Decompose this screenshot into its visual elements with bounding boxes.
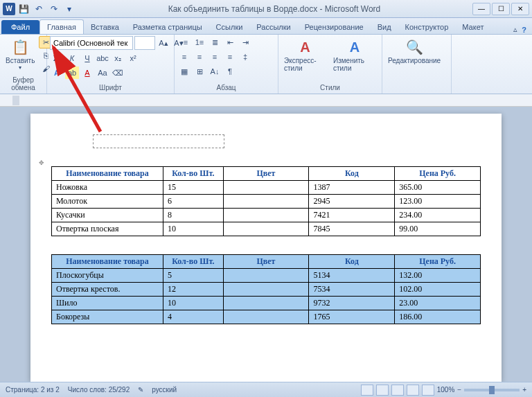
status-spell-icon[interactable]: ✎ [138, 386, 143, 394]
table-cell[interactable]: Отвертка плоская [52, 222, 163, 236]
align-center-button[interactable]: ≡ [193, 51, 206, 63]
tab-references[interactable]: Ссылки [209, 20, 250, 34]
zoom-level[interactable]: 100% [437, 386, 455, 394]
table-cell[interactable] [223, 222, 309, 236]
table-row[interactable]: Отвертка плоская10784599.00 [52, 222, 481, 236]
close-button[interactable]: ✕ [511, 3, 529, 15]
table-cell[interactable] [223, 283, 309, 297]
grow-font-button[interactable]: A▴ [157, 37, 170, 49]
table-anchor-icon[interactable]: ✥ [39, 159, 44, 166]
change-case-button[interactable]: Aa [96, 67, 109, 79]
help-icon[interactable]: ? [522, 26, 526, 34]
table-cell[interactable]: 5134 [309, 269, 395, 283]
line-spacing-button[interactable]: ‡ [238, 51, 252, 63]
justify-button[interactable]: ≡ [223, 51, 237, 63]
tab-layout-table[interactable]: Макет [455, 20, 490, 34]
table-cell[interactable]: 12 [163, 283, 223, 297]
table-cell[interactable]: Бокорезы [52, 310, 163, 324]
express-styles-button[interactable]: A Экспресс-стили [281, 36, 329, 73]
multilevel-button[interactable]: ≣ [208, 36, 222, 48]
show-marks-button[interactable]: ¶ [223, 65, 237, 78]
undo-icon[interactable]: ↶ [32, 2, 46, 16]
font-size-select[interactable] [134, 36, 155, 50]
tab-home[interactable]: Главная [39, 19, 84, 34]
status-page[interactable]: Страница: 2 из 2 [6, 386, 60, 394]
bold-button[interactable]: Ж [50, 52, 64, 64]
strike-button[interactable]: abc [96, 52, 109, 64]
table-cell[interactable]: 7421 [309, 209, 395, 222]
table-cell[interactable]: 8 [163, 209, 223, 222]
table-cell[interactable]: Отвертка крестов. [52, 283, 163, 297]
bullets-button[interactable]: •≡ [177, 36, 191, 48]
table-header-row[interactable]: Наименование товара Кол-во Шт. Цвет Код … [52, 167, 481, 181]
table-cell[interactable]: 365.00 [395, 181, 481, 195]
table-cell[interactable]: 10 [163, 222, 223, 236]
table-cell[interactable]: 234.00 [395, 209, 481, 222]
table-cell[interactable]: 99.00 [395, 222, 481, 236]
status-word-count[interactable]: Число слов: 25/292 [68, 386, 130, 394]
view-web-button[interactable] [391, 385, 404, 396]
align-right-button[interactable]: ≡ [208, 51, 222, 63]
tab-mailings[interactable]: Рассылки [249, 20, 297, 34]
font-color-button[interactable]: A [80, 67, 94, 79]
table-cell[interactable]: 4 [163, 310, 223, 324]
table-row[interactable]: Кусачки87421234.00 [52, 209, 481, 222]
table-cell[interactable]: Плоскогубцы [52, 269, 163, 283]
borders-button[interactable]: ⊞ [193, 65, 206, 78]
tab-file[interactable]: Файл [1, 20, 39, 34]
zoom-slider[interactable] [464, 389, 520, 391]
qat-dropdown-icon[interactable]: ▾ [62, 2, 76, 16]
table-cell[interactable]: 7845 [309, 222, 395, 236]
decrease-indent-button[interactable]: ⇤ [223, 36, 237, 48]
table-cell[interactable]: 123.00 [395, 195, 481, 209]
tab-constructor[interactable]: Конструктор [398, 20, 456, 34]
table-cell[interactable]: Шило [52, 297, 163, 310]
align-left-button[interactable]: ≡ [177, 51, 191, 63]
table-cell[interactable] [223, 209, 309, 222]
table-row[interactable]: Молоток62945123.00 [52, 195, 481, 209]
table-cell[interactable]: 102.00 [395, 283, 481, 297]
table-cell[interactable]: Кусачки [52, 209, 163, 222]
italic-button[interactable]: К [65, 52, 79, 64]
table-cell[interactable]: 132.00 [395, 269, 481, 283]
table-cell[interactable] [223, 195, 309, 209]
tab-page-layout[interactable]: Разметка страницы [126, 20, 209, 34]
clear-format-button[interactable]: ⌫ [111, 67, 125, 79]
table-cell[interactable]: 5 [163, 269, 223, 283]
numbering-button[interactable]: 1≡ [193, 36, 206, 48]
table-row[interactable]: Плоскогубцы55134132.00 [52, 269, 481, 283]
zoom-out-button[interactable]: − [457, 386, 461, 394]
table-1[interactable]: Наименование товара Кол-во Шт. Цвет Код … [51, 166, 481, 236]
table-2-selected[interactable]: Наименование товара Кол-во Шт. Цвет Код … [51, 254, 481, 324]
table-cell[interactable]: 7534 [309, 283, 395, 297]
view-outline-button[interactable] [407, 385, 419, 396]
highlight-button[interactable]: ab [65, 67, 79, 79]
table-row[interactable]: Ножовка151387365.00 [52, 181, 481, 195]
font-family-select[interactable] [50, 36, 133, 50]
table-cell[interactable] [223, 181, 309, 195]
subscript-button[interactable]: x₂ [111, 52, 125, 64]
table-row[interactable]: Шило10973223.00 [52, 297, 481, 310]
view-draft-button[interactable] [422, 385, 434, 396]
zoom-in-button[interactable]: + [522, 386, 526, 394]
superscript-button[interactable]: x² [126, 52, 140, 64]
tab-view[interactable]: Вид [371, 20, 398, 34]
table-cell[interactable]: 2945 [309, 195, 395, 209]
underline-button[interactable]: Ч [80, 52, 94, 64]
sort-button[interactable]: A↓ [208, 65, 222, 78]
table-cell[interactable]: Ножовка [52, 181, 163, 195]
increase-indent-button[interactable]: ⇥ [238, 36, 252, 48]
table-cell[interactable]: 10 [163, 297, 223, 310]
table-row[interactable]: Бокорезы41765186.00 [52, 310, 481, 324]
word-app-icon[interactable]: W [3, 3, 15, 15]
table-cell[interactable]: 6 [163, 195, 223, 209]
document-area[interactable]: ✥ Наименование товара Кол-во Шт. Цвет Ко… [0, 107, 532, 382]
text-effects-button[interactable]: A [50, 67, 64, 79]
tab-insert[interactable]: Вставка [84, 20, 126, 34]
shading-button[interactable]: ▦ [177, 65, 191, 78]
table-cell[interactable] [223, 297, 309, 310]
horizontal-ruler[interactable] [0, 94, 532, 107]
minimize-button[interactable]: — [472, 3, 490, 15]
table-cell[interactable]: 15 [163, 181, 223, 195]
paste-button[interactable]: 📋 Вставить ▾ [3, 36, 37, 72]
